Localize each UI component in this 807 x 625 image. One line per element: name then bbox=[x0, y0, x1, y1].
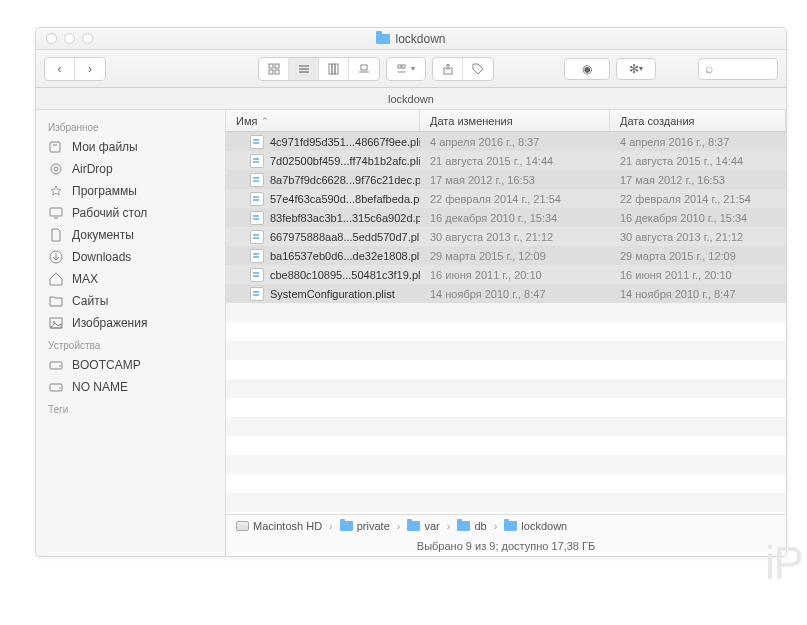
sidebar-item-no-name[interactable]: NO NAME bbox=[36, 376, 225, 398]
plist-file-icon bbox=[250, 211, 264, 225]
sidebar-item-label: Downloads bbox=[72, 250, 131, 264]
path-item[interactable]: db bbox=[457, 520, 486, 532]
desktop-icon bbox=[48, 205, 64, 221]
path-label: Macintosh HD bbox=[253, 520, 322, 532]
path-item[interactable]: var bbox=[407, 520, 439, 532]
forward-button[interactable]: › bbox=[75, 58, 105, 80]
sidebar-item-max[interactable]: MAX bbox=[36, 268, 225, 290]
sidebar-item-downloads[interactable]: Downloads bbox=[36, 246, 225, 268]
path-label: var bbox=[424, 520, 439, 532]
plist-file-icon bbox=[250, 287, 264, 301]
path-bar: Macintosh HD›private›var›db›lockdown bbox=[226, 514, 786, 536]
sidebar-item-программы[interactable]: Программы bbox=[36, 180, 225, 202]
sidebar-favorites-header: Избранное bbox=[36, 116, 225, 136]
file-list: 4c971fd95d351...48667f9ee.plist4 апреля … bbox=[226, 132, 786, 514]
file-modified: 16 декабря 2010 г., 15:34 bbox=[420, 208, 610, 227]
sidebar-item-сайты[interactable]: Сайты bbox=[36, 290, 225, 312]
file-row[interactable]: cbe880c10895...50481c3f19.plist16 июня 2… bbox=[226, 265, 786, 284]
sidebar-item-label: Сайты bbox=[72, 294, 108, 308]
quicklook-button[interactable]: ◉ bbox=[564, 58, 610, 80]
back-button[interactable]: ‹ bbox=[45, 58, 75, 80]
coverflow-view-button[interactable] bbox=[349, 58, 379, 80]
tab-bar: lockdown bbox=[36, 88, 786, 110]
drive-icon bbox=[48, 379, 64, 395]
file-name: SystemConfiguration.plist bbox=[270, 288, 395, 300]
file-name: ba16537eb0d6...de32e1808.plist bbox=[270, 250, 420, 262]
status-bar: Выбрано 9 из 9; доступно 17,38 ГБ bbox=[226, 536, 786, 556]
finder-window: lockdown ‹ › ▾ ◉ ✻ ▾ lockdown bbox=[35, 27, 787, 557]
path-label: private bbox=[357, 520, 390, 532]
sidebar-item-label: Рабочий стол bbox=[72, 206, 147, 220]
path-item[interactable]: lockdown bbox=[504, 520, 567, 532]
file-modified: 17 мая 2012 г., 16:53 bbox=[420, 170, 610, 189]
sidebar-item-рабочий-стол[interactable]: Рабочий стол bbox=[36, 202, 225, 224]
sidebar-item-label: MAX bbox=[72, 272, 98, 286]
action-group bbox=[432, 57, 494, 81]
svg-rect-1 bbox=[275, 64, 279, 68]
file-row[interactable]: 83febf83ac3b1...315c6a902d.plist16 декаб… bbox=[226, 208, 786, 227]
drive-icon bbox=[48, 357, 64, 373]
svg-rect-10 bbox=[361, 65, 367, 70]
folder-icon bbox=[340, 521, 353, 531]
all-files-icon bbox=[48, 139, 64, 155]
svg-point-28 bbox=[59, 365, 61, 367]
downloads-icon bbox=[48, 249, 64, 265]
sidebar-item-мои-файлы[interactable]: Мои файлы bbox=[36, 136, 225, 158]
share-button[interactable] bbox=[433, 58, 463, 80]
tags-button[interactable] bbox=[463, 58, 493, 80]
icon-view-button[interactable] bbox=[259, 58, 289, 80]
plist-file-icon bbox=[250, 154, 264, 168]
file-row[interactable]: SystemConfiguration.plist14 ноября 2010 … bbox=[226, 284, 786, 303]
file-row[interactable]: 7d02500bf459...ff74b1b2afc.plist21 авгус… bbox=[226, 151, 786, 170]
arrange-button[interactable]: ▾ bbox=[387, 58, 425, 80]
plist-file-icon bbox=[250, 230, 264, 244]
tab-label[interactable]: lockdown bbox=[388, 93, 434, 105]
svg-rect-9 bbox=[335, 64, 338, 74]
path-item[interactable]: Macintosh HD bbox=[236, 520, 322, 532]
content-pane: Имя⌃ Дата изменения Дата создания 4c971f… bbox=[226, 110, 786, 556]
file-row[interactable]: 57e4f63ca590d...8befafbeda.plist22 февра… bbox=[226, 189, 786, 208]
action-menu-button[interactable]: ✻ ▾ bbox=[616, 58, 656, 80]
svg-rect-12 bbox=[398, 65, 401, 68]
search-input[interactable] bbox=[698, 58, 778, 80]
plist-file-icon bbox=[250, 192, 264, 206]
file-created: 4 апреля 2016 г., 8:37 bbox=[610, 132, 786, 151]
list-view-button[interactable] bbox=[289, 58, 319, 80]
home-icon bbox=[48, 271, 64, 287]
file-created: 14 ноября 2010 г., 8:47 bbox=[610, 284, 786, 303]
column-view-button[interactable] bbox=[319, 58, 349, 80]
file-modified: 16 июня 2011 г., 20:10 bbox=[420, 265, 610, 284]
plist-file-icon bbox=[250, 135, 264, 149]
file-row[interactable]: ba16537eb0d6...de32e1808.plist29 марта 2… bbox=[226, 246, 786, 265]
sidebar-item-label: Мои файлы bbox=[72, 140, 138, 154]
folder-icon bbox=[504, 521, 517, 531]
column-modified[interactable]: Дата изменения bbox=[420, 110, 610, 131]
file-modified: 14 ноября 2010 г., 8:47 bbox=[420, 284, 610, 303]
hd-icon bbox=[236, 521, 249, 531]
file-row[interactable]: 4c971fd95d351...48667f9ee.plist4 апреля … bbox=[226, 132, 786, 151]
sidebar-item-airdrop[interactable]: AirDrop bbox=[36, 158, 225, 180]
file-row[interactable]: 8a7b7f9dc6628...9f76c21dec.plist17 мая 2… bbox=[226, 170, 786, 189]
sidebar-tags-header: Теги bbox=[36, 398, 225, 418]
column-created[interactable]: Дата создания bbox=[610, 110, 786, 131]
sidebar-item-изображения[interactable]: Изображения bbox=[36, 312, 225, 334]
sort-arrow-icon: ⌃ bbox=[261, 116, 269, 126]
sidebar-item-label: AirDrop bbox=[72, 162, 113, 176]
file-modified: 21 августа 2015 г., 14:44 bbox=[420, 151, 610, 170]
path-label: lockdown bbox=[521, 520, 567, 532]
file-row[interactable]: 667975888aa8...5edd570d7.plist30 августа… bbox=[226, 227, 786, 246]
path-item[interactable]: private bbox=[340, 520, 390, 532]
file-name: 83febf83ac3b1...315c6a902d.plist bbox=[270, 212, 420, 224]
file-name: 4c971fd95d351...48667f9ee.plist bbox=[270, 136, 420, 148]
applications-icon bbox=[48, 183, 64, 199]
svg-point-19 bbox=[51, 164, 61, 174]
path-label: db bbox=[474, 520, 486, 532]
plist-file-icon bbox=[250, 173, 264, 187]
sidebar-item-bootcamp[interactable]: BOOTCAMP bbox=[36, 354, 225, 376]
file-created: 29 марта 2015 г., 12:09 bbox=[610, 246, 786, 265]
column-name[interactable]: Имя⌃ bbox=[226, 110, 420, 131]
file-name: 667975888aa8...5edd570d7.plist bbox=[270, 231, 420, 243]
sidebar-item-label: Документы bbox=[72, 228, 134, 242]
sidebar-item-документы[interactable]: Документы bbox=[36, 224, 225, 246]
svg-rect-13 bbox=[402, 65, 405, 68]
